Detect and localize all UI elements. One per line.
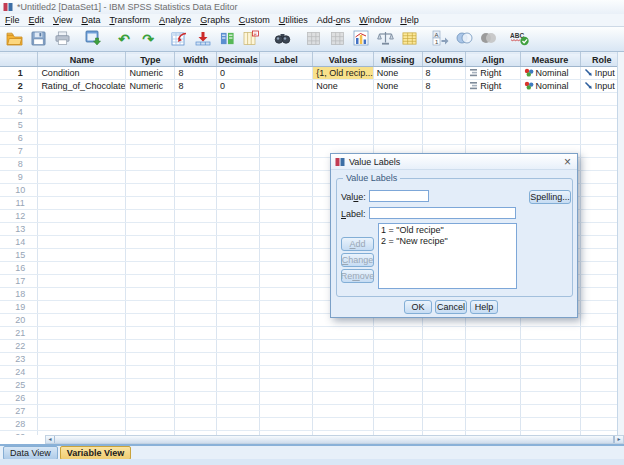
cell-type[interactable]: Numeric — [126, 67, 175, 80]
row-number[interactable]: 23 — [0, 353, 38, 366]
cell-missing[interactable] — [373, 340, 422, 353]
cell-decimals[interactable] — [217, 171, 260, 184]
ok-button[interactable]: OK — [404, 300, 432, 314]
row-number[interactable]: 4 — [0, 106, 38, 119]
cell-decimals[interactable] — [217, 301, 260, 314]
cell-align[interactable] — [466, 392, 520, 405]
row-number[interactable]: 15 — [0, 249, 38, 262]
cell-name[interactable] — [38, 184, 126, 197]
cell-label[interactable] — [259, 132, 312, 145]
cell-align[interactable] — [466, 93, 520, 106]
cell-align[interactable] — [466, 340, 520, 353]
cell-label[interactable] — [259, 93, 312, 106]
row-number[interactable]: 9 — [0, 171, 38, 184]
cell-align[interactable]: Right — [466, 67, 520, 80]
column-header-align[interactable]: Align — [466, 53, 520, 67]
redo-button[interactable]: ↷ — [137, 28, 159, 50]
row-number[interactable]: 19 — [0, 301, 38, 314]
cell-type[interactable] — [126, 106, 175, 119]
cell-missing[interactable] — [373, 119, 422, 132]
cell-name[interactable] — [38, 301, 126, 314]
cell-missing[interactable] — [373, 379, 422, 392]
cell-name[interactable] — [38, 249, 126, 262]
cell-decimals[interactable] — [217, 353, 260, 366]
cell-decimals[interactable] — [217, 93, 260, 106]
value-label-item[interactable]: 1 = "Old recipe" — [381, 225, 516, 236]
cell-type[interactable] — [126, 171, 175, 184]
cell-name[interactable] — [38, 236, 126, 249]
cell-type[interactable] — [126, 249, 175, 262]
cell-name[interactable] — [38, 145, 126, 158]
cell-width[interactable] — [175, 314, 217, 327]
menu-custom[interactable]: Custom — [236, 15, 273, 25]
cell-name[interactable] — [38, 392, 126, 405]
open-data-button[interactable] — [3, 28, 25, 50]
cell-measure[interactable] — [520, 353, 580, 366]
row-number[interactable]: 18 — [0, 288, 38, 301]
column-header-width[interactable]: Width — [175, 53, 217, 67]
cell-type[interactable] — [126, 392, 175, 405]
cell-measure[interactable] — [520, 132, 580, 145]
column-header-decimals[interactable]: Decimals — [217, 53, 260, 67]
cell-values[interactable] — [313, 379, 374, 392]
cell-name[interactable] — [38, 197, 126, 210]
use-variable-sets-button[interactable] — [453, 28, 475, 50]
cell-width[interactable] — [175, 171, 217, 184]
cell-columns[interactable] — [422, 353, 466, 366]
cell-type[interactable] — [126, 288, 175, 301]
cell-measure[interactable] — [520, 106, 580, 119]
cell-width[interactable] — [175, 210, 217, 223]
menu-window[interactable]: Window — [356, 15, 394, 25]
cell-decimals[interactable] — [217, 366, 260, 379]
cell-label[interactable] — [259, 353, 312, 366]
cell-width[interactable] — [175, 405, 217, 418]
cell-align[interactable] — [466, 353, 520, 366]
cell-type[interactable] — [126, 366, 175, 379]
cell-name[interactable] — [38, 366, 126, 379]
cell-measure[interactable] — [520, 392, 580, 405]
cell-name[interactable] — [38, 418, 126, 431]
cell-name[interactable] — [38, 379, 126, 392]
tab-data-view[interactable]: Data View — [3, 446, 58, 460]
cell-measure[interactable]: Nominal — [520, 80, 580, 93]
cell-name[interactable] — [38, 314, 126, 327]
vertical-scrollbar[interactable] — [617, 52, 624, 435]
cell-name[interactable]: Condition — [38, 67, 126, 80]
cell-name[interactable] — [38, 340, 126, 353]
cell-columns[interactable] — [422, 418, 466, 431]
scroll-left-icon[interactable]: ◄ — [46, 436, 55, 443]
cell-values[interactable] — [313, 119, 374, 132]
selected-values-cell[interactable]: {1, Old recip... — [313, 67, 374, 80]
cell-type[interactable] — [126, 275, 175, 288]
cell-columns[interactable] — [422, 340, 466, 353]
menu-edit[interactable]: Edit — [26, 15, 48, 25]
cell-type[interactable] — [126, 236, 175, 249]
cell-width[interactable] — [175, 132, 217, 145]
cell-label[interactable] — [259, 262, 312, 275]
cell-columns[interactable] — [422, 327, 466, 340]
row-number[interactable]: 27 — [0, 405, 38, 418]
column-header-measure[interactable]: Measure — [520, 53, 580, 67]
cell-columns[interactable]: 8 — [422, 80, 466, 93]
cell-width[interactable] — [175, 288, 217, 301]
cell-values[interactable]: None — [313, 80, 374, 93]
row-number[interactable]: 5 — [0, 119, 38, 132]
cell-label[interactable] — [259, 275, 312, 288]
cell-align[interactable] — [466, 119, 520, 132]
cell-decimals[interactable] — [217, 327, 260, 340]
cell-missing[interactable] — [373, 392, 422, 405]
cell-missing[interactable] — [373, 327, 422, 340]
cell-label[interactable] — [259, 392, 312, 405]
cell-width[interactable] — [175, 301, 217, 314]
row-number[interactable]: 20 — [0, 314, 38, 327]
cell-width[interactable] — [175, 145, 217, 158]
cell-label[interactable] — [259, 405, 312, 418]
cell-measure[interactable] — [520, 379, 580, 392]
undo-button[interactable]: ↶ — [113, 28, 135, 50]
cell-measure[interactable] — [520, 418, 580, 431]
cell-type[interactable] — [126, 405, 175, 418]
cell-align[interactable] — [466, 106, 520, 119]
row-number[interactable]: 16 — [0, 262, 38, 275]
cell-width[interactable] — [175, 158, 217, 171]
row-number[interactable]: 1 — [0, 67, 38, 80]
